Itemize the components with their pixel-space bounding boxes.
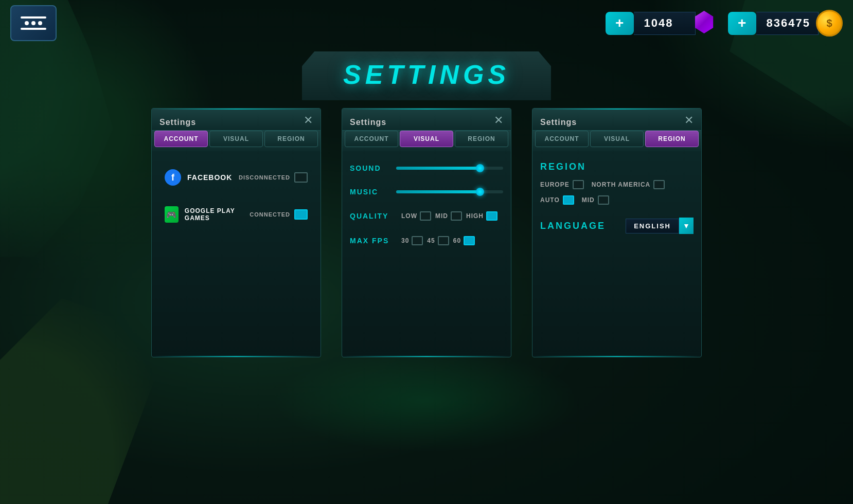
region-options: EUROPE NORTH AMERICA <box>540 180 694 189</box>
google-play-left: 🎮 GOOGLE PLAY GAMES <box>165 206 250 223</box>
tab-region-2[interactable]: Region <box>455 131 508 147</box>
quality-row: QUALITY LOW MID HIGH <box>350 209 503 223</box>
fps-60[interactable]: 60 <box>453 236 475 245</box>
tab-account-2[interactable]: Account <box>345 131 398 147</box>
menu-button[interactable] <box>10 5 57 41</box>
gems-value: 1048 <box>634 12 696 35</box>
quality-low[interactable]: LOW <box>401 211 431 221</box>
coins-value: 836475 <box>756 12 819 35</box>
region-section-title: REGION <box>540 161 694 172</box>
music-slider-thumb[interactable] <box>476 188 484 196</box>
quality-mid[interactable]: MID <box>435 211 462 221</box>
tab-visual-2[interactable]: Visual <box>400 131 453 147</box>
fps-45[interactable]: 45 <box>427 236 449 245</box>
tab-visual-3[interactable]: Visual <box>590 131 644 147</box>
panel-3-title: Settings <box>540 118 577 127</box>
menu-line-2 <box>21 28 46 30</box>
fps-30[interactable]: 30 <box>401 236 423 245</box>
panel-3-header: Settings ✕ <box>532 109 701 131</box>
facebook-account-item: f FACEBOOK DISCONNECTED <box>159 161 313 193</box>
panel-2-tabs: Account Visual Region <box>342 131 511 151</box>
panel-1-tabs: Account Visual Region <box>152 131 321 151</box>
fps-60-box[interactable] <box>464 236 475 245</box>
quality-low-label: LOW <box>401 212 417 220</box>
fps-options: 30 45 60 <box>401 236 475 245</box>
quality-options: LOW MID HIGH <box>401 211 497 221</box>
region-europe-box[interactable] <box>573 180 584 189</box>
glow-decoration <box>272 350 581 453</box>
panel-2-close-button[interactable]: ✕ <box>494 115 503 130</box>
panel-1-close-button[interactable]: ✕ <box>304 115 313 130</box>
facebook-connection-right: DISCONNECTED <box>239 172 308 183</box>
region-auto-label: AUTO <box>540 196 560 204</box>
menu-dot-1 <box>25 21 29 25</box>
add-gems-button[interactable]: + <box>606 12 634 35</box>
fps-30-label: 30 <box>401 237 409 244</box>
language-value: ENGLISH <box>626 219 679 233</box>
region-auto-box[interactable] <box>563 195 574 205</box>
tab-account-3[interactable]: Account <box>535 131 589 147</box>
facebook-toggle[interactable] <box>294 172 308 183</box>
coin-icon: $ <box>816 10 843 37</box>
language-section: LANGUAGE ENGLISH ▼ <box>540 218 694 234</box>
language-dropdown-button[interactable]: ▼ <box>679 218 694 234</box>
google-play-name: GOOGLE PLAY GAMES <box>185 207 250 222</box>
language-title: LANGUAGE <box>540 221 606 231</box>
region-mid[interactable]: Mid <box>582 195 609 205</box>
google-play-icon: 🎮 <box>165 206 179 223</box>
region-options-2: AUTO Mid <box>540 195 694 205</box>
music-label: MUSIC <box>350 188 391 196</box>
leaf-decoration-bottom-left <box>0 298 154 504</box>
tab-visual-1[interactable]: Visual <box>209 131 263 147</box>
facebook-icon: f <box>165 169 181 186</box>
region-section: REGION EUROPE NORTH AMERICA AUTO <box>540 161 694 205</box>
tab-region-3[interactable]: Region <box>645 131 699 147</box>
panel-2-title: Settings <box>350 118 386 127</box>
quality-mid-box[interactable] <box>451 211 462 221</box>
panel-3-close-button[interactable]: ✕ <box>684 115 694 130</box>
music-slider-track[interactable] <box>396 190 503 193</box>
region-north-america[interactable]: NORTH AMERICA <box>592 180 665 189</box>
add-coins-button[interactable]: + <box>728 12 756 35</box>
sound-slider-fill <box>396 167 482 170</box>
region-north-america-box[interactable] <box>653 180 665 189</box>
menu-dots-row <box>25 21 42 25</box>
music-slider-fill <box>396 190 482 193</box>
facebook-status: DISCONNECTED <box>239 174 290 181</box>
settings-title-wrapper: SETTINGS <box>302 51 551 100</box>
panel-3-tabs: Account Visual Region <box>532 131 701 151</box>
gem-icon <box>693 11 718 35</box>
account-settings-panel: Settings ✕ Account Visual Region f FACEB… <box>151 108 321 357</box>
facebook-left: f FACEBOOK <box>165 169 232 186</box>
panel-1-body: f FACEBOOK DISCONNECTED 🎮 GOOGLE PLAY GA… <box>152 151 321 357</box>
music-slider-row: MUSIC <box>350 185 503 199</box>
gems-block: + 1048 <box>606 11 718 35</box>
google-play-connection-right: CONNECTED <box>250 209 308 220</box>
facebook-name: FACEBOOK <box>187 173 232 182</box>
region-europe[interactable]: EUROPE <box>540 180 584 189</box>
quality-high[interactable]: HIGH <box>466 211 497 221</box>
region-mid-box[interactable] <box>598 195 609 205</box>
region-auto[interactable]: AUTO <box>540 195 574 205</box>
language-select: ENGLISH ▼ <box>626 218 694 234</box>
region-mid-label: Mid <box>582 196 595 204</box>
menu-dot-2 <box>31 21 35 25</box>
sound-slider-track[interactable] <box>396 167 503 170</box>
tab-account-1[interactable]: Account <box>154 131 208 147</box>
fps-45-box[interactable] <box>438 236 449 245</box>
menu-dot-3 <box>38 21 42 25</box>
sound-label: SOUND <box>350 164 391 172</box>
region-settings-panel: Settings ✕ Account Visual Region REGION … <box>532 108 702 357</box>
panel-1-header: Settings ✕ <box>152 109 321 131</box>
quality-high-label: HIGH <box>466 212 484 220</box>
panel-2-body: SOUND MUSIC QUALITY LOW <box>342 151 511 357</box>
google-play-toggle[interactable] <box>294 209 308 220</box>
sound-slider-thumb[interactable] <box>476 164 484 172</box>
region-europe-label: EUROPE <box>540 181 570 188</box>
fps-45-label: 45 <box>427 237 435 244</box>
quality-high-box[interactable] <box>486 211 497 221</box>
quality-low-box[interactable] <box>420 211 431 221</box>
fps-30-box[interactable] <box>412 236 423 245</box>
panel-2-header: Settings ✕ <box>342 109 511 131</box>
tab-region-1[interactable]: Region <box>264 131 318 147</box>
